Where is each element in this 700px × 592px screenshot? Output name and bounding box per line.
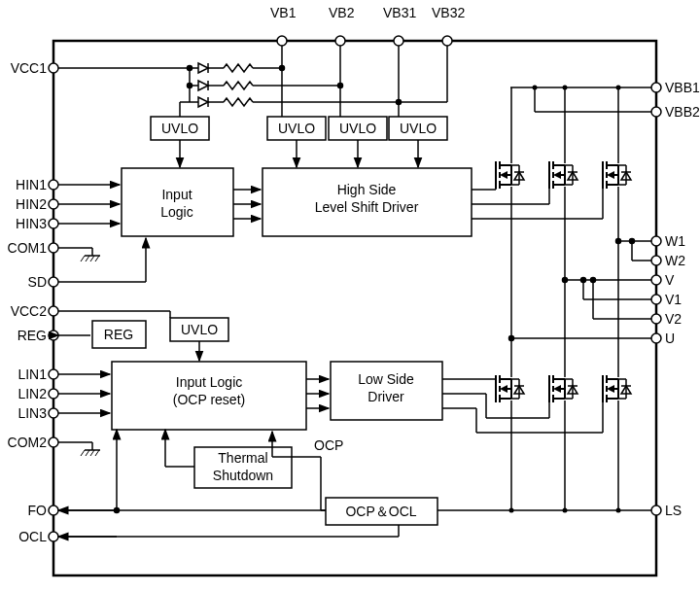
pin-vb31: VB31	[383, 5, 416, 20]
pin-vcc2: VCC2	[11, 303, 48, 319]
pin-w2: W2	[665, 253, 685, 268]
svg-point-139	[616, 508, 621, 513]
reg-label: REG	[104, 327, 133, 342]
block-diagram: VB1 VB2 VB31 VB32 VCC1 HIN1 HIN2 HIN3 CO…	[0, 0, 700, 592]
pin-vb1: VB1	[270, 5, 297, 20]
pin-com2: COM2	[8, 435, 48, 450]
svg-point-138	[563, 508, 568, 513]
pin-ocl: OCL	[18, 529, 47, 544]
uvlo-2: UVLO	[278, 121, 315, 136]
reg-block: REG	[58, 311, 170, 348]
uvlo-top: UVLO UVLO UVLO UVLO	[151, 68, 447, 167]
pins-right: VBB1 VBB2 W1 W2 V V1 V2 U LS	[651, 80, 700, 518]
high-side-block: High SideLevel Shift Driver	[262, 168, 472, 236]
high-side-mosfets	[472, 86, 651, 339]
low-side-block: Low SideDriver	[331, 362, 442, 420]
svg-point-101	[533, 86, 538, 90]
svg-point-36	[188, 66, 192, 71]
input-logic-ocp-block: Input Logic(OCP reset)	[112, 362, 306, 430]
uvlo-4: UVLO	[400, 121, 437, 136]
uvlo-1: UVLO	[161, 121, 198, 136]
uvlo-3: UVLO	[339, 121, 376, 136]
pin-v2: V2	[665, 311, 682, 327]
pin-vb32: VB32	[432, 5, 465, 20]
pin-vbb2: VBB2	[665, 104, 700, 120]
pin-lin2: LIN2	[18, 386, 47, 401]
ocp-ocl: OCP＆OCL	[345, 504, 416, 519]
phase-outputs	[509, 239, 652, 341]
pin-lin1: LIN1	[18, 366, 47, 382]
pin-v: V	[665, 272, 675, 288]
pin-vb2: VB2	[329, 5, 355, 20]
ocp-ocl-block: OCP＆OCL	[321, 457, 438, 525]
svg-point-126	[630, 239, 635, 244]
pin-u: U	[665, 331, 675, 346]
pin-hin2: HIN2	[16, 196, 47, 212]
svg-point-129	[591, 278, 596, 283]
pin-ls: LS	[665, 503, 682, 518]
ocp-small: OCP	[314, 437, 343, 453]
svg-point-108	[563, 86, 568, 90]
svg-point-37	[188, 84, 192, 88]
pin-reg: REG	[18, 328, 47, 343]
pin-hin3: HIN3	[16, 216, 47, 231]
pin-fo: FO	[28, 503, 48, 518]
pin-lin3: LIN3	[18, 405, 47, 421]
input-logic-block: InputLogic	[122, 168, 233, 236]
vcc1-network	[58, 46, 447, 107]
svg-rect-54	[122, 168, 233, 236]
pins-left: VCC1 HIN1 HIN2 HIN3 COM1 SD VCC2 REG LIN…	[8, 60, 58, 544]
pin-com1: COM1	[8, 240, 48, 256]
svg-point-128	[581, 278, 586, 283]
pins-top: VB1 VB2 VB31 VB32	[270, 5, 465, 46]
low-side-mosfets	[442, 241, 631, 513]
svg-point-137	[509, 508, 514, 513]
uvlo-5: UVLO	[181, 322, 218, 337]
pin-w1: W1	[665, 233, 685, 249]
svg-point-109	[616, 86, 621, 90]
pin-vcc1: VCC1	[11, 60, 48, 76]
pin-vbb1: VBB1	[665, 80, 700, 95]
pin-sd: SD	[28, 274, 47, 290]
pin-hin1: HIN1	[16, 177, 47, 192]
pin-v1: V1	[665, 292, 682, 307]
